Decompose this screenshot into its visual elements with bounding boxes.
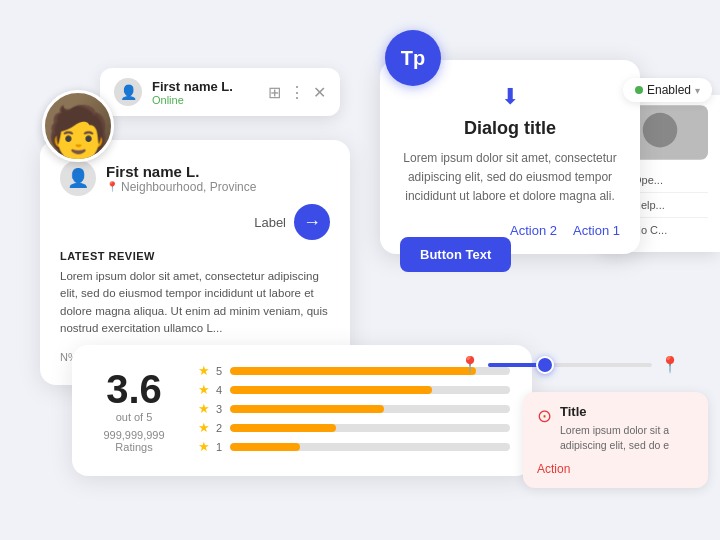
chevron-down-icon: ▾ (695, 85, 700, 96)
overall-score: 3.6 (106, 369, 162, 409)
out-of-label: out of 5 (116, 411, 153, 423)
enabled-badge[interactable]: Enabled ▾ (623, 78, 712, 102)
mini-user-card: 👤 First name L. Online ⊞ ⋮ ✕ (100, 68, 340, 116)
dialog-actions: Action 2 Action 1 (400, 223, 620, 238)
profile-location: 📍 Neighbourhood, Province (106, 180, 256, 194)
profile-name: First name L. (106, 163, 256, 180)
star-4-icon: ★ (198, 382, 210, 397)
grid-icon[interactable]: ⊞ (268, 83, 281, 102)
bar-row-4: ★ 4 (198, 382, 510, 397)
mini-user-name: First name L. (152, 79, 258, 94)
overall-rating: 3.6 out of 5 999,999,999 Ratings (94, 369, 174, 453)
button-text-button[interactable]: Button Text (400, 237, 511, 272)
avatar-silhouette: 🧑 (46, 107, 111, 159)
alert-title: Title (560, 404, 694, 419)
label-text: Label (254, 215, 286, 230)
bar-row-3: ★ 3 (198, 401, 510, 416)
download-icon: ⬇ (400, 84, 620, 110)
tp-badge: Tp (385, 30, 441, 86)
mini-card-actions: ⊞ ⋮ ✕ (268, 83, 326, 102)
review-text: Lorem ipsum dolor sit amet, consectetur … (60, 268, 330, 337)
arrow-button[interactable]: → (294, 204, 330, 240)
mini-avatar-icon: 👤 (114, 78, 142, 106)
user-avatar: 🧑 (42, 90, 114, 162)
alert-action-link[interactable]: Action (537, 462, 694, 476)
slider-row[interactable]: 📍 📍 (460, 355, 680, 374)
dialog-title: Dialog title (400, 118, 620, 139)
dialog-body: Lorem ipsum dolor sit amet, consectetur … (400, 149, 620, 207)
alert-body: Lorem ipsum dolor sit a adipiscing elit,… (560, 423, 694, 455)
label-arrow-row: Label → (60, 204, 330, 240)
more-dots-icon[interactable]: ⋮ (289, 83, 305, 102)
star-5-icon: ★ (198, 363, 210, 378)
tp-badge-label: Tp (401, 47, 425, 70)
slider-right-icon: 📍 (660, 355, 680, 374)
alert-content: Title Lorem ipsum dolor sit a adipiscing… (560, 404, 694, 455)
slider-left-icon: 📍 (460, 355, 480, 374)
slider-thumb[interactable] (536, 356, 554, 374)
bar-row-1: ★ 1 (198, 439, 510, 454)
svg-point-1 (643, 113, 678, 148)
location-pin-icon: 📍 (106, 181, 118, 192)
close-icon[interactable]: ✕ (313, 83, 326, 102)
action1-link[interactable]: Action 1 (573, 223, 620, 238)
action2-link[interactable]: Action 2 (510, 223, 557, 238)
slider-track[interactable] (488, 363, 652, 367)
ratings-count: 999,999,999 Ratings (103, 429, 164, 453)
alert-header: ⊙ Title Lorem ipsum dolor sit a adipisci… (537, 404, 694, 455)
latest-review-title: LATEST REVIEW (60, 250, 330, 262)
ratings-bars: ★ 5 ★ 4 ★ 3 ★ 2 ★ 1 (198, 363, 510, 458)
mini-user-status: Online (152, 94, 258, 106)
alert-card: ⊙ Title Lorem ipsum dolor sit a adipisci… (523, 392, 708, 489)
bar-row-2: ★ 2 (198, 420, 510, 435)
star-2-icon: ★ (198, 420, 210, 435)
star-3-icon: ★ (198, 401, 210, 416)
enabled-dot (635, 86, 643, 94)
profile-avatar-icon: 👤 (60, 160, 96, 196)
star-1-icon: ★ (198, 439, 210, 454)
dialog-card: ⬇ Dialog title Lorem ipsum dolor sit ame… (380, 60, 640, 254)
enabled-label: Enabled (647, 83, 691, 97)
alert-error-icon: ⊙ (537, 405, 552, 427)
